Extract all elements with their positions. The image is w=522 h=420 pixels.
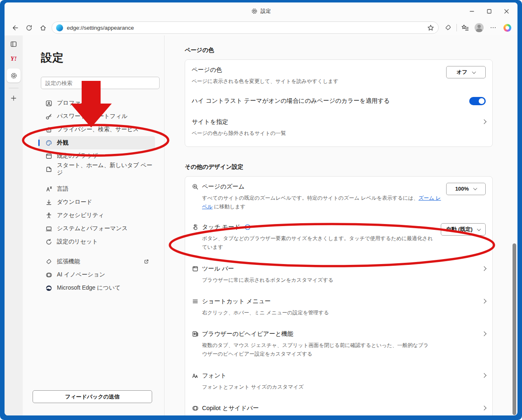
sidebar-item-label: 既定のブラウザー bbox=[57, 152, 104, 160]
row-toolbar[interactable]: ツール バー ブラウザーに常に表示されるボタンをカスタマイズする bbox=[185, 256, 492, 288]
sidebar-item-label: パスワードとオートフィル bbox=[57, 113, 127, 120]
edge-logo-icon bbox=[45, 285, 52, 292]
chevron-right-icon bbox=[482, 120, 486, 124]
copilot-outline-icon bbox=[192, 405, 199, 412]
row-shortcut-menu[interactable]: ショートカット メニュー 右クリック、ホバー、ミニ メニューの設定を管理する bbox=[185, 288, 492, 321]
more-options-button[interactable] bbox=[486, 21, 500, 34]
tab-panel-toggle-icon[interactable] bbox=[8, 40, 19, 49]
row-copilot-sidebar[interactable]: Copilot とサイドバー Copilot、サイドバー、アプリ固有の設定をカス… bbox=[185, 395, 492, 415]
ai-copilot-icon bbox=[45, 271, 52, 278]
sidebar-item-passwords[interactable]: パスワードとオートフィル bbox=[38, 110, 155, 123]
browser-window: 設定 edge://settings/appearance bbox=[5, 2, 517, 415]
accessibility-icon bbox=[45, 212, 52, 219]
sidebar-item-label: 拡張機能 bbox=[57, 258, 80, 265]
sidebar-item-ai-innovation[interactable]: AI イノベーション bbox=[38, 268, 155, 281]
settings-search-input[interactable] bbox=[41, 77, 160, 89]
sidebar-item-about-edge[interactable]: Microsoft Edge について bbox=[38, 281, 155, 295]
copilot-icon[interactable] bbox=[500, 21, 514, 34]
row-title: ページのズーム bbox=[202, 183, 245, 191]
other-design-card: ページのズーム すべてのサイトの既定のズームレベルです。特定のサイトのズーム レ… bbox=[185, 176, 493, 416]
navigation-toolbar: edge://settings/appearance bbox=[5, 20, 517, 35]
row-specify-sites[interactable]: サイトを指定 ページの色から除外されるサイトの一覧 bbox=[185, 109, 492, 146]
chevron-right-icon bbox=[482, 299, 486, 303]
row-desc: 右クリック、ホバー、ミニ メニューの設定を管理する bbox=[202, 309, 329, 317]
page-zoom-dropdown[interactable]: 100% bbox=[446, 183, 486, 195]
titlebar-title: 設定 bbox=[251, 2, 271, 20]
chevron-right-icon bbox=[482, 266, 486, 271]
external-link-icon bbox=[143, 259, 149, 264]
scrollbar-thumb[interactable] bbox=[513, 243, 516, 415]
sidebar-item-label: ダウンロード bbox=[57, 198, 92, 206]
high-contrast-toggle[interactable] bbox=[469, 97, 486, 105]
favorite-star-icon[interactable] bbox=[427, 24, 434, 31]
extensions-icon bbox=[45, 258, 52, 265]
row-desc: フォントとフォント サイズのカスタマイズ bbox=[202, 383, 304, 392]
row-page-colors: ページの色 ページに表示される色を変更して、サイトを読みやすくします オフ bbox=[185, 60, 492, 90]
window-title: 設定 bbox=[261, 8, 271, 15]
tab-page-icon bbox=[45, 166, 52, 173]
row-browser-behaviors[interactable]: ブラウザーのビヘイビアーと機能 複数のタブ、マウス ジェスチャ、スプリット画面を… bbox=[185, 321, 492, 363]
home-button[interactable] bbox=[36, 21, 50, 34]
toolbar-icon bbox=[192, 265, 199, 272]
sidebar-item-accessibility[interactable]: アクセシビリティ bbox=[38, 209, 155, 222]
sidebar-item-appearance[interactable]: 外観 bbox=[38, 136, 155, 149]
tab-settings-active[interactable] bbox=[7, 68, 21, 83]
sidebar-item-label: プロファイル bbox=[57, 99, 92, 107]
back-button[interactable] bbox=[8, 21, 22, 34]
minimize-button[interactable] bbox=[463, 5, 480, 17]
behaviors-icon bbox=[192, 330, 199, 337]
row-fonts[interactable]: フォント フォントとフォント サイズのカスタマイズ bbox=[185, 363, 492, 395]
section-header-other-design: その他のデザイン設定 bbox=[185, 163, 517, 171]
touch-icon bbox=[192, 224, 199, 231]
sidebar-item-reset-settings[interactable]: 設定のリセット bbox=[38, 235, 155, 248]
url-text: edge://settings/appearance bbox=[67, 25, 134, 31]
reset-icon bbox=[45, 238, 52, 245]
sidebar-item-privacy[interactable]: プライバシー、検索、サービス bbox=[38, 123, 155, 136]
page-colors-card: ページの色 ページに表示される色を変更して、サイトを読みやすくします オフ ハイ… bbox=[185, 59, 493, 147]
settings-content: ページの色 ページの色 ページに表示される色を変更して、サイトを読みやすくします… bbox=[165, 35, 517, 415]
row-title: タッチ モード bbox=[202, 223, 240, 231]
browser-window-frame: 設定 edge://settings/appearance bbox=[0, 0, 522, 420]
row-desc: すべてのサイトの既定のズームレベルです。特定のサイトのズーム レベルを表示するに… bbox=[202, 194, 444, 212]
sidebar-item-label: アクセシビリティ bbox=[57, 212, 104, 219]
titlebar: 設定 bbox=[5, 2, 517, 20]
sidebar-item-profile[interactable]: プロファイル bbox=[38, 97, 155, 110]
tab-yahoo[interactable]: Y! bbox=[8, 54, 19, 63]
chevron-right-icon bbox=[482, 331, 486, 336]
profile-icon bbox=[45, 100, 52, 107]
profile-avatar[interactable] bbox=[472, 21, 486, 34]
close-button[interactable] bbox=[498, 5, 515, 17]
gear-icon bbox=[251, 8, 258, 14]
settings-nav: プロファイル パスワードとオートフィル プライバシー、検索、サービス 外観 bbox=[35, 97, 164, 295]
favorites-icon[interactable] bbox=[458, 21, 472, 34]
zoom-icon bbox=[192, 183, 199, 190]
sidebar-item-system-performance[interactable]: システムとパフォーマンス bbox=[38, 222, 155, 235]
page-colors-dropdown[interactable]: オフ bbox=[446, 66, 486, 78]
new-tab-button[interactable] bbox=[8, 94, 19, 103]
refresh-button[interactable] bbox=[22, 21, 36, 34]
language-icon bbox=[45, 186, 52, 193]
extensions-icon[interactable] bbox=[441, 21, 455, 34]
palette-icon bbox=[45, 139, 52, 146]
row-title: ショートカット メニュー bbox=[202, 297, 271, 305]
row-title: ハイ コントラスト テーマがオンの場合にのみページのカラーを適用する bbox=[192, 97, 390, 105]
maximize-button[interactable] bbox=[480, 5, 498, 17]
sidebar-item-default-browser[interactable]: 既定のブラウザー bbox=[38, 149, 155, 163]
row-desc: 複数のタブ、マウス ジェスチャ、スプリット画面を閉じる前に確認するといった、一般… bbox=[202, 341, 433, 359]
fonts-icon bbox=[192, 372, 199, 379]
sidebar-item-start-home-newtab[interactable]: スタート、ホーム、新しいタブ ページ bbox=[38, 163, 155, 176]
sidebar-item-extensions[interactable]: 拡張機能 bbox=[38, 255, 155, 268]
chevron-down-icon bbox=[477, 227, 481, 231]
touch-mode-dropdown[interactable]: 自動 (既定) bbox=[441, 223, 486, 236]
address-bar[interactable]: edge://settings/appearance bbox=[52, 21, 439, 34]
sidebar-item-downloads[interactable]: ダウンロード bbox=[38, 196, 155, 209]
download-icon bbox=[45, 199, 52, 206]
sidebar-item-languages[interactable]: 言語 bbox=[38, 182, 155, 196]
send-feedback-button[interactable]: フィードバックの送信 bbox=[33, 390, 152, 403]
row-title: Copilot とサイドバー bbox=[202, 404, 259, 412]
vertical-tab-strip: Y! bbox=[5, 35, 23, 415]
help-icon[interactable]: ? bbox=[245, 224, 251, 230]
sidebar-item-label: 設定のリセット bbox=[57, 238, 98, 245]
sidebar-item-label: システムとパフォーマンス bbox=[57, 225, 128, 232]
toolbar-divider bbox=[456, 24, 457, 31]
